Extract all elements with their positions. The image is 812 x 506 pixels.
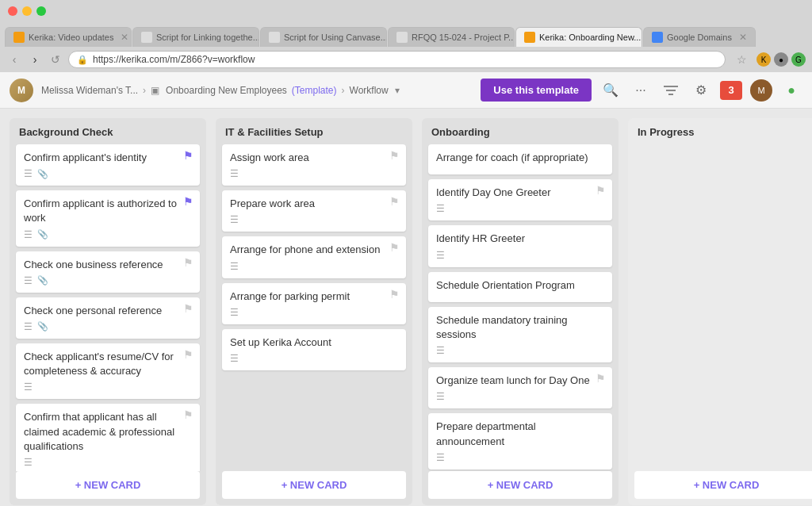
tab-kerika-onboarding[interactable]: Kerika: Onboarding New... ✕	[515, 27, 642, 47]
card-meta: ☰	[436, 203, 604, 214]
card-ob1[interactable]: Arrange for coach (if appropriate)	[428, 144, 612, 174]
tab-favicon	[269, 32, 280, 43]
card-bookmark-icon[interactable]: ⚑	[183, 256, 193, 269]
ext-icon-1[interactable]: K	[756, 52, 771, 67]
search-button[interactable]: 🔍	[599, 79, 622, 102]
breadcrumb: Melissa Wideman's T... › ▣ Onboarding Ne…	[41, 85, 400, 96]
card-lines-icon: ☰	[24, 381, 33, 393]
tab-rfqq[interactable]: RFQQ 15-024 - Project P... ✕	[388, 27, 515, 47]
card-bookmark-icon[interactable]: ⚑	[183, 348, 193, 361]
card-lines-icon: ☰	[230, 214, 239, 225]
ext-icon-3[interactable]: G	[791, 52, 806, 67]
card-bc4[interactable]: ⚑Check one personal reference☰📎	[16, 297, 200, 339]
card-meta: ☰	[230, 168, 398, 179]
card-bookmark-icon[interactable]: ⚑	[389, 241, 400, 254]
card-bc6[interactable]: ⚑Confirm that applicant has all claimed …	[16, 404, 200, 471]
forward-button[interactable]: ›	[27, 52, 43, 67]
card-lines-icon: ☰	[436, 250, 445, 261]
card-bookmark-icon[interactable]: ⚑	[183, 149, 193, 162]
card-it3[interactable]: ⚑Arrange for phone and extension☰	[222, 236, 406, 278]
card-bookmark-icon[interactable]: ⚑	[596, 372, 606, 385]
card-ob2[interactable]: ⚑Identify Day One Greeter☰	[428, 179, 612, 220]
card-meta: ☰📎	[24, 229, 192, 240]
card-bookmark-icon[interactable]: ⚑	[596, 184, 606, 197]
card-meta: ☰	[436, 391, 604, 402]
card-bookmark-icon[interactable]: ⚑	[389, 149, 400, 162]
card-lines-icon: ☰	[24, 321, 33, 332]
card-meta: ☰	[436, 452, 604, 463]
card-ob7[interactable]: Prepare departmental announcement☰	[428, 413, 612, 469]
card-title: Prepare work area	[230, 197, 398, 211]
card-bookmark-icon[interactable]: ⚑	[183, 302, 193, 315]
card-meta: ☰	[24, 381, 192, 393]
card-it4[interactable]: ⚑Arrange for parking permit☰	[222, 283, 406, 324]
board-icon: ▣	[151, 85, 159, 96]
card-ob4[interactable]: Schedule Orientation Program	[428, 272, 612, 302]
status-icon[interactable]: ●	[780, 79, 802, 102]
column-header-in-progress: In Progress	[628, 118, 812, 144]
card-it1[interactable]: ⚑Assign work area☰	[222, 144, 406, 186]
chat-button[interactable]: ···	[630, 79, 652, 102]
new-card-button-onboarding[interactable]: + NEW CARD	[428, 471, 612, 499]
url-field[interactable]: 🔒 https://kerika.com/m/Z866?v=workflow	[68, 51, 726, 68]
card-ob5[interactable]: Schedule mandatory training sessions☰	[428, 307, 612, 362]
card-meta: ☰	[230, 261, 398, 272]
use-template-button[interactable]: Use this template	[481, 79, 592, 102]
card-paperclip-icon: 📎	[37, 169, 48, 179]
card-bookmark-icon[interactable]: ⚑	[183, 408, 193, 421]
new-card-button-it-facilities[interactable]: + NEW CARD	[222, 471, 406, 499]
bookmark-icon[interactable]: ☆	[737, 53, 747, 66]
card-title: Set up Kerika Account	[230, 335, 398, 350]
profile-avatar[interactable]: M	[750, 79, 772, 102]
card-lines-icon: ☰	[436, 203, 445, 214]
tab-script-canvas[interactable]: Script for Using Canvase... ✕	[260, 27, 387, 47]
app-header: M Melissa Wideman's T... › ▣ Onboarding …	[0, 72, 812, 109]
user-avatar[interactable]: M	[10, 79, 33, 102]
settings-button[interactable]: ⚙	[690, 79, 712, 102]
close-button[interactable]	[8, 6, 17, 16]
card-bc3[interactable]: ⚑Check one business reference☰📎	[16, 251, 200, 293]
new-card-button-background-check[interactable]: + NEW CARD	[16, 471, 200, 499]
filter-button[interactable]	[660, 79, 682, 102]
minimize-button[interactable]	[22, 6, 32, 16]
card-bc5[interactable]: ⚑Check applicant's resume/CV for complet…	[16, 343, 200, 399]
view-dropdown-icon[interactable]: ▾	[395, 85, 400, 96]
refresh-button[interactable]: ↺	[48, 52, 63, 67]
card-lines-icon: ☰	[230, 353, 239, 364]
breadcrumb-template-label: (Template)	[292, 85, 337, 96]
column-body-in-progress	[628, 144, 812, 471]
breadcrumb-view[interactable]: Workflow	[350, 85, 389, 96]
card-bc2[interactable]: ⚑Confirm applicant is authorized to work…	[16, 190, 200, 246]
card-ob3[interactable]: Identify HR Greeter☰	[428, 225, 612, 266]
secure-icon: 🔒	[77, 55, 88, 65]
url-text: https://kerika.com/m/Z866?v=workflow	[93, 54, 255, 65]
maximize-button[interactable]	[36, 6, 46, 16]
breadcrumb-board[interactable]: Onboarding New Employees	[166, 85, 287, 96]
card-title: Arrange for coach (if appropriate)	[436, 151, 604, 165]
card-ob6[interactable]: ⚑Organize team lunch for Day One☰	[428, 367, 612, 408]
tab-kerika-video[interactable]: Kerika: Video updates ✕	[5, 27, 132, 47]
ext-icon-2[interactable]: ●	[774, 52, 788, 67]
tab-close-icon[interactable]: ✕	[121, 32, 128, 43]
card-it5[interactable]: Set up Kerika Account☰	[222, 329, 406, 370]
card-title: Check one personal reference	[24, 304, 192, 318]
breadcrumb-workspace[interactable]: Melissa Wideman's T...	[41, 85, 138, 96]
back-button[interactable]: ‹	[6, 52, 22, 67]
notifications-button[interactable]: 3	[720, 81, 742, 100]
column-header-background-check: Background Check	[10, 118, 206, 144]
card-meta: ☰📎	[24, 168, 192, 179]
tab-label: Script for Linking togethe...	[156, 33, 259, 42]
tab-google-domains[interactable]: Google Domains ✕	[643, 27, 756, 47]
card-bookmark-icon[interactable]: ⚑	[389, 288, 400, 301]
column-body-it-facilities: ⚑Assign work area☰⚑Prepare work area☰⚑Ar…	[216, 144, 412, 471]
card-bc1[interactable]: ⚑Confirm applicant's identity☰📎	[16, 144, 200, 186]
tab-close-icon[interactable]: ✕	[739, 32, 747, 43]
card-bookmark-icon[interactable]: ⚑	[183, 195, 193, 208]
card-it2[interactable]: ⚑Prepare work area☰	[222, 190, 406, 232]
tab-script-linking[interactable]: Script for Linking togethe... ✕	[132, 27, 259, 47]
column-body-onboarding: Arrange for coach (if appropriate)⚑Ident…	[422, 144, 619, 471]
card-meta: ☰	[24, 457, 192, 468]
new-card-button-in-progress[interactable]: + NEW CARD	[634, 471, 812, 499]
card-bookmark-icon[interactable]: ⚑	[389, 195, 400, 208]
tab-favicon	[396, 32, 408, 43]
